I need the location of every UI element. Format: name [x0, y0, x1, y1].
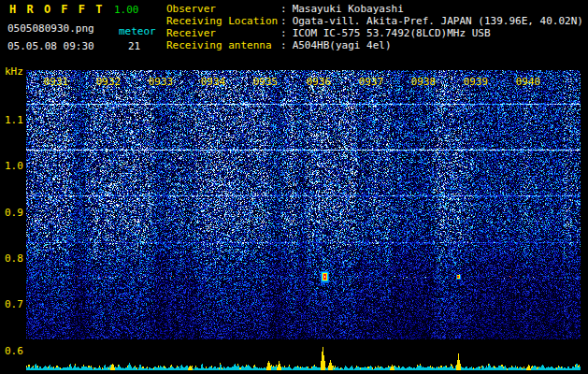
info-label: Receiving Location: [166, 15, 280, 27]
time-tick-label: 0932: [96, 76, 122, 88]
hrofft-screen: H R O F F T 1.00 0505080930.png meteor 0…: [0, 0, 588, 374]
time-tick-label: 0940: [516, 76, 541, 88]
info-colon: :: [280, 3, 287, 15]
station-info: Observer:Masayuki Kobayashi Receiving Lo…: [166, 3, 583, 51]
time-tick-label: 0933: [149, 76, 174, 88]
info-colon: :: [280, 27, 287, 39]
time-tick-label: 0939: [464, 76, 489, 88]
time-tick-label: 0934: [201, 76, 226, 88]
info-row-receiver: Receiver:ICOM IC-575 53.7492(8LCD)MHz US…: [166, 27, 583, 39]
info-value: ICOM IC-575 53.7492(8LCD)MHz USB: [293, 27, 491, 39]
echo-count: 21: [128, 40, 140, 52]
info-value: Ogata-vill. Akita-Pref. JAPAN (139.96E, …: [293, 15, 583, 27]
info-value: Masayuki Kobayashi: [293, 3, 404, 15]
freq-tick-label: 1.0: [5, 160, 23, 172]
freq-tick-label: 0.7: [5, 298, 23, 310]
info-label: Receiver: [166, 27, 280, 39]
mode-label: meteor: [119, 25, 156, 37]
app-title: H R O F F T: [9, 3, 104, 16]
info-row-location: Receiving Location:Ogata-vill. Akita-Pre…: [166, 15, 583, 27]
time-tick-label: 0937: [359, 76, 384, 88]
time-tick-label: 0936: [307, 76, 332, 88]
time-tick-label: 0938: [411, 76, 437, 88]
info-label: Observer: [166, 3, 280, 15]
level-canvas: [26, 342, 581, 370]
info-row-observer: Observer:Masayuki Kobayashi: [166, 3, 583, 15]
timestamp: 05.05.08 09:30: [7, 40, 94, 52]
info-colon: :: [280, 15, 287, 27]
info-value: A504HB(yagi 4el): [293, 39, 392, 51]
freq-tick-label: 0.9: [5, 207, 23, 219]
info-colon: :: [280, 39, 287, 51]
freq-tick-label: 0.8: [5, 252, 23, 265]
time-tick-label: 0931: [44, 76, 69, 88]
freq-tick-label: 0.6: [5, 345, 23, 357]
time-tick-label: 0935: [253, 76, 279, 88]
freq-axis-unit: kHz: [5, 65, 23, 78]
info-row-antenna: Receiving antenna:A504HB(yagi 4el): [166, 39, 583, 51]
info-label: Receiving antenna: [166, 39, 280, 51]
freq-tick-label: 1.1: [5, 114, 23, 126]
app-version: 1.00: [114, 4, 139, 16]
output-filename: 0505080930.png: [7, 22, 94, 35]
spectrogram-canvas: [26, 70, 581, 339]
